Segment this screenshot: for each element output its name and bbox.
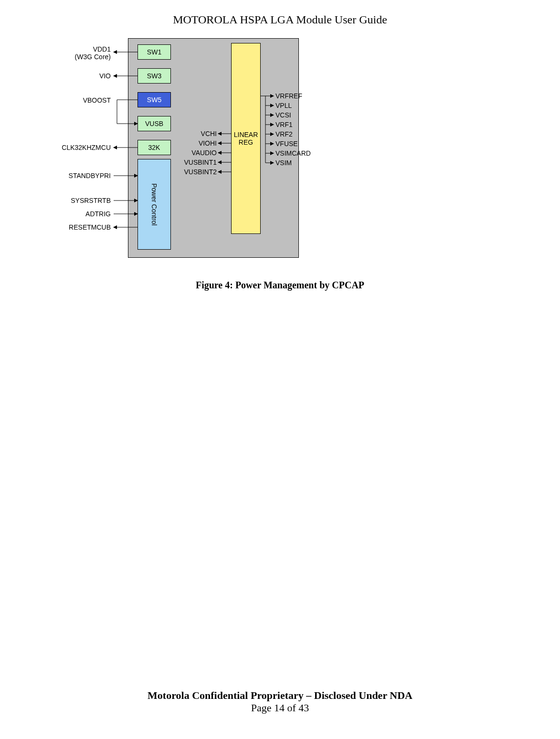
signal-vusbint2: VUSBINT2 bbox=[173, 168, 217, 176]
block-sw3: SW3 bbox=[137, 68, 171, 84]
footer-pagenum: Page 14 of 43 bbox=[0, 702, 560, 714]
header-title: MOTOROLA HSPA LGA Module User Guide bbox=[0, 13, 560, 26]
block-linear-reg: LINEAR REG bbox=[231, 43, 261, 234]
footer-confidential: Motorola Confidential Proprietary – Disc… bbox=[0, 689, 560, 702]
signal-vusbint1: VUSBINT1 bbox=[173, 158, 217, 166]
block-vusb: VUSB bbox=[137, 116, 171, 131]
block-sw5: SW5 bbox=[137, 92, 171, 107]
signal-vchi: VCHI bbox=[173, 130, 217, 137]
page-footer: Motorola Confidential Proprietary – Disc… bbox=[0, 689, 560, 714]
signal-viohi: VIOHI bbox=[173, 139, 217, 147]
block-32k: 32K bbox=[137, 140, 171, 155]
figure-caption: Figure 4: Power Management by CPCAP bbox=[0, 280, 560, 291]
block-sw1: SW1 bbox=[137, 44, 171, 60]
signal-vaudio: VAUDIO bbox=[173, 149, 217, 157]
power-diagram: SW1 SW3 SW5 VUSB 32K Power Control LINEA… bbox=[43, 38, 358, 267]
block-power-control: Power Control bbox=[137, 159, 171, 250]
